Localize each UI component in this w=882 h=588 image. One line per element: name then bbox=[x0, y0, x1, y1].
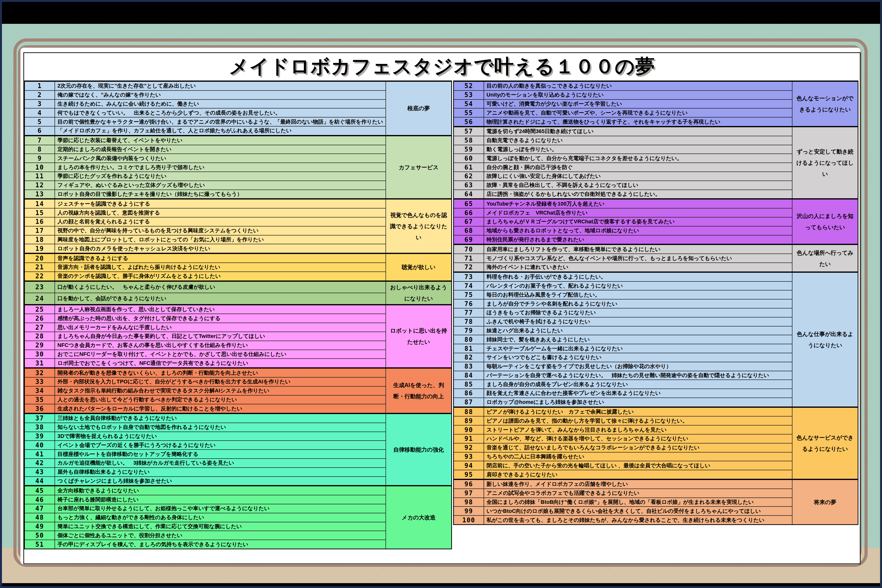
dream-table-left: 12次元の存在を、現実に”生きた存在”として産み出したい根底の夢2俺の嫁ではなく… bbox=[24, 81, 452, 549]
dream-number: 61 bbox=[454, 163, 484, 172]
dream-number: 3 bbox=[25, 99, 55, 108]
dream-number: 30 bbox=[25, 350, 55, 359]
dream-number: 84 bbox=[454, 371, 484, 380]
dream-number: 29 bbox=[25, 341, 55, 350]
dream-number: 53 bbox=[454, 90, 484, 99]
category-cell: 色んなサービスができるようになりたい bbox=[792, 407, 858, 479]
poster-scene: メイドロボカフェスタジオで叶える１００の夢 12次元の存在を、現実に”生きた存在… bbox=[0, 0, 882, 588]
dream-text: ハンドベルや、琴など、弾ける楽器を増やして、セッションできるようになりたい bbox=[484, 434, 792, 443]
dream-number: 65 bbox=[454, 199, 484, 208]
dream-number: 74 bbox=[454, 282, 484, 291]
dream-text: アニメの試写会やコラボカフェでも活躍できるようになりたい bbox=[484, 489, 792, 498]
dream-text: 電源しっぽを動かして、自分から充電端子にコネクタを差せるようになりたい。 bbox=[484, 154, 792, 163]
dream-number: 24 bbox=[25, 293, 55, 305]
dream-text: 開発者の私が動きを想像できないくらい、ましろの判断・行動能力を向上させたい bbox=[55, 368, 386, 377]
dream-text: 個体ごとに個性あるユニットで、役割分担させたい bbox=[55, 531, 386, 540]
dream-text: 自動充電できるようになりたい bbox=[484, 136, 792, 145]
dream-text: カルガモ追従機能が欲しい。 3姉妹がカルガモ走行している姿を見たい bbox=[55, 459, 386, 468]
dream-number: 50 bbox=[25, 531, 55, 540]
dream-text: Unityのモーションを取り込めるようになりたい bbox=[484, 90, 792, 99]
category-cell: 色んな場所へ行ってみたい bbox=[792, 244, 858, 272]
dream-text: 屋外も自律移動出来るようになりたい bbox=[55, 468, 386, 477]
dream-text: ロボ同士でおでこをくっつけて、NFC通信でデータ共有できるようになりたい bbox=[55, 358, 386, 368]
dream-text: モノづくり系やコスプレ系など、色んなイベントや場所に行って、もっとましろを知って… bbox=[484, 254, 792, 263]
dream-number: 51 bbox=[25, 540, 55, 549]
dream-text: ましろ一人称視点画面を作って、思い出として保存していきたい bbox=[55, 304, 386, 314]
dream-text: いつかBtoC向けのロボ娘も展開できるくらい会社を大きくして、自社ビルの受付をま… bbox=[484, 507, 792, 516]
dream-number: 93 bbox=[454, 452, 484, 461]
dream-number: 97 bbox=[454, 489, 484, 498]
dream-text: 私がこの世を去っても、ましろとその姉妹たちが、みんなから愛されることで、生き続け… bbox=[484, 516, 792, 525]
dream-number: 78 bbox=[454, 317, 484, 326]
dream-number: 91 bbox=[454, 434, 484, 443]
dream-number: 44 bbox=[25, 477, 55, 486]
dream-number: 99 bbox=[454, 507, 484, 516]
dream-text: 「メイドロボカフェ」を作り、カフェ給仕を通して、人とロボ娘たちがふれあえる場所に… bbox=[55, 126, 386, 135]
dream-number: 75 bbox=[454, 290, 484, 299]
dream-number: 31 bbox=[25, 358, 55, 368]
dream-text: 人の顔と名前を覚えられるようにする bbox=[55, 217, 386, 226]
dream-text: 動く電源しっぽを作りたい。 bbox=[484, 145, 792, 154]
dream-row: 23口が動くようにしたい。 ちゃんと柔らかく伸びる皮膚が欲しいおしゃべり出来るよ… bbox=[25, 281, 452, 293]
dream-text: おでこにNFCリーダーを取り付けて、イベントとかでも、かざして思い出せる仕組みに… bbox=[55, 350, 386, 359]
dream-text: ほうきをもってお掃除できるようになりたい bbox=[484, 308, 792, 317]
dream-text: 可愛いけど、消費電力が少ない楽なポーズを学習したい bbox=[484, 99, 792, 108]
dream-number: 12 bbox=[25, 181, 55, 190]
dream-number: 69 bbox=[454, 235, 484, 244]
dream-number: 40 bbox=[25, 441, 55, 450]
dream-text: 自分の腕と顔・胴の自己干渉を防ぐ bbox=[484, 163, 792, 172]
dream-text: 口を動かして、会話ができるようになりたい bbox=[55, 293, 386, 305]
dream-number: 62 bbox=[454, 172, 484, 181]
dream-number: 70 bbox=[454, 244, 484, 254]
dream-number: 8 bbox=[25, 145, 55, 154]
dream-text: 外部・内部状況を入力しTPOに応じて、自分がどうするべきか行動を出力する生成AI… bbox=[55, 377, 386, 386]
dream-text: ストリートピアノを弾いて、みんなから注目されるましろちゃんを見たい bbox=[484, 425, 792, 434]
category-cell: ずっと安定して動き続けるようになってほしい bbox=[792, 126, 858, 199]
dream-number: 13 bbox=[25, 190, 55, 199]
dream-number: 18 bbox=[25, 235, 55, 244]
dream-text: 生成されたパターンをローカルに学習し、反射的に動けることを増やしたい bbox=[55, 404, 386, 413]
dream-number: 72 bbox=[454, 263, 484, 272]
dream-text: 俺の嫁ではなく、”みんなの嫁”を作りたい bbox=[55, 90, 386, 99]
dream-row: 65YouTubeチャンネル登録者を100万人を超えたい沢山の人にましろを知って… bbox=[454, 199, 858, 208]
dream-number: 20 bbox=[25, 254, 55, 263]
dream-text: バレンタインのお菓子を作って、配れるようになりたい bbox=[484, 282, 792, 291]
category-cell: 生成AIを使った、判断・行動能力の向上 bbox=[386, 368, 452, 414]
dream-number: 26 bbox=[25, 314, 55, 323]
dream-text: 特別住民票が発行されるまで愛されたい bbox=[484, 235, 792, 244]
dream-number: 25 bbox=[25, 304, 55, 314]
dream-number: 88 bbox=[454, 407, 484, 416]
dream-row: 52目の前の人の動きを真似っこできるようになりたい色んなモーションができるように… bbox=[454, 81, 858, 90]
dream-text: 目標座標やルートを自律移動のセットアップを簡略化する bbox=[55, 450, 386, 459]
dream-text: ジェスチャーを認識できるようにする bbox=[55, 199, 386, 208]
dream-row: 57電源を切らず24時間365日動き続けてほしいずっと安定して動き続けるようにな… bbox=[454, 126, 858, 136]
dream-number: 63 bbox=[454, 181, 484, 190]
dream-number: 92 bbox=[454, 443, 484, 452]
dream-row: 70自家用車にましろリフトを作って、車移動を簡単にできるようにしたい色んな場所へ… bbox=[454, 244, 858, 254]
dream-number: 73 bbox=[454, 272, 484, 281]
dream-text: つくばチャレンジにましろ姉妹を参加させたい bbox=[55, 477, 386, 486]
dream-number: 4 bbox=[25, 108, 55, 117]
dream-text: ロボット自身のカメラを使ったキャッシュレス決済をやりたい bbox=[55, 244, 386, 253]
dream-number: 27 bbox=[25, 323, 55, 332]
dream-text: ましろが自分でチラシや名刺を配れるようになりたい bbox=[484, 299, 792, 308]
letterbox-bottom bbox=[2, 583, 880, 586]
dream-text: 三姉妹とも全員自律移動ができるようになりたい bbox=[55, 414, 386, 423]
dream-number: 28 bbox=[25, 332, 55, 341]
dream-text: 何でもはできなくっていい。 出来るところから少しずつ、その成長の姿をお見せしたい… bbox=[55, 108, 386, 117]
dream-number: 87 bbox=[454, 398, 484, 407]
dream-number: 11 bbox=[25, 172, 55, 181]
dream-row: 20音声を認識できるようにする聴覚が欲しい bbox=[25, 254, 452, 263]
dream-number: 95 bbox=[454, 470, 484, 479]
dream-text: 感情が高ぶった時の思い出を、タグ付けして保存できるようにする bbox=[55, 314, 386, 323]
dream-row: 88ピアノが弾けるようになりたい カフェで余興に披露したい色んなサービスができる… bbox=[454, 407, 858, 416]
dream-number: 77 bbox=[454, 308, 484, 317]
dream-text: 音源方向・話者を認識して、よばれたら振り向けるようになりたい bbox=[55, 263, 386, 272]
letterbox-top bbox=[2, 2, 880, 24]
dream-number: 80 bbox=[454, 335, 484, 344]
dream-row: 7季節に応じた衣装に着替えて、イベントをやりたいカフェサービス bbox=[25, 135, 452, 145]
dream-number: 60 bbox=[454, 154, 484, 163]
dream-row: 32開発者の私が動きを想像できないくらい、ましろの判断・行動能力を向上させたい生… bbox=[25, 368, 452, 377]
dream-text: 妹達とハグ出来るようにしたい bbox=[484, 326, 792, 335]
category-cell: 視覚で色んなものを認識できるようになりたい bbox=[386, 199, 452, 254]
